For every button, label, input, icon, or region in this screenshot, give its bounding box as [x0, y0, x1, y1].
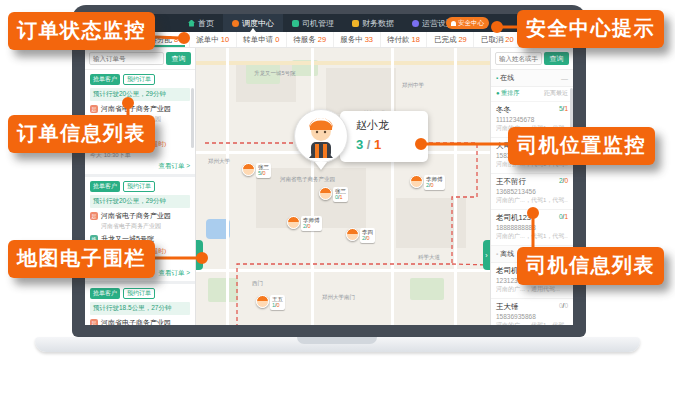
driver-marker[interactable]: 王五 1/0: [256, 295, 285, 310]
scrollbar[interactable]: [191, 88, 194, 148]
origin-address: 河南省电子商务产业园: [101, 104, 171, 114]
order-tag: 抢单客户: [90, 181, 120, 192]
order-search-input[interactable]: [89, 52, 164, 65]
order-tag: 抢单客户: [90, 288, 120, 299]
home-icon: [188, 20, 195, 27]
popup-count-pending: 1: [374, 137, 381, 152]
origin-icon: 起: [90, 105, 98, 113]
callout-order-list: 订单信息列表: [8, 115, 155, 153]
map-park: [410, 278, 444, 300]
tab-count: 84: [174, 35, 182, 44]
driver-marker[interactable]: 李四 2/0: [346, 228, 375, 243]
tab-label: 待服务: [293, 35, 316, 45]
marker-count-pending: 1: [340, 194, 343, 200]
callout-map-fence: 地图电子围栏: [8, 240, 155, 278]
driver-count-pending: 1: [564, 213, 568, 220]
tab-completed[interactable]: 已完成 29: [427, 32, 474, 47]
marker-name: 张三: [258, 164, 269, 170]
driver-row[interactable]: 王不留行 2/0 13685213456 河南的广...，代驾1，代驾...: [491, 174, 573, 210]
rider-avatar-icon: [301, 114, 341, 158]
driver-popup[interactable]: 赵小龙 3 / 1: [340, 111, 428, 162]
driver-row[interactable]: 老司机123 0/1 18888888888 河南的广...，代驾1，代驾...: [491, 210, 573, 246]
tab-count: 20: [505, 35, 513, 44]
sort-toggle[interactable]: ● 重排序: [496, 89, 519, 98]
online-section-header: ▪在线 —: [491, 70, 573, 87]
tab-transfer-request[interactable]: 转单申请 0: [237, 32, 287, 47]
order-search-bar: 查询: [85, 48, 195, 70]
map-place-label: 西门: [252, 280, 263, 287]
collapse-left-panel-handle[interactable]: ‹: [196, 240, 203, 270]
driver-phone: 13685213456: [496, 188, 568, 195]
nav-item-driver-management[interactable]: 司机管理: [283, 14, 343, 32]
origin-sub-address: 河南省电子商务产业园: [101, 222, 190, 231]
bell-icon: [451, 21, 456, 26]
online-dot-icon: ▪: [496, 75, 498, 81]
driver-icon: [292, 20, 299, 27]
sort-by-distance[interactable]: 距离最近: [544, 89, 568, 98]
driver-name: 冬冬: [496, 105, 511, 115]
eta-banner: 预计行驶20公里，29分钟: [90, 195, 190, 208]
tab-label: 转单申请: [243, 35, 273, 45]
driver-marker[interactable]: 李师傅 2/0: [287, 216, 322, 231]
driver-search-input[interactable]: [495, 52, 542, 65]
driver-marker[interactable]: 张三 0/1: [319, 187, 348, 202]
marker-name: 李师傅: [426, 176, 443, 182]
tab-label: 派单中: [196, 35, 219, 45]
tab-wait-payment[interactable]: 待付款 18: [381, 32, 428, 47]
driver-marker[interactable]: 李师傅 2/0: [410, 175, 445, 190]
marker-count-pending: 0: [367, 235, 370, 241]
callout-driver-list: 司机信息列表: [517, 247, 664, 285]
marker-count-pending: 0: [308, 223, 311, 229]
tab-count: 29: [318, 35, 326, 44]
security-pill-label: 安全中心: [458, 19, 484, 28]
order-card[interactable]: 抢单客户 预约订单 预计行驶18.5公里，27分钟 起河南省电子商务产业园 河南…: [85, 284, 195, 325]
tab-cancelled[interactable]: 已取消 20: [474, 32, 521, 47]
tab-dispatching[interactable]: 派单中 10: [190, 32, 237, 47]
nav-item-dispatch-center[interactable]: 调度中心: [223, 14, 283, 32]
driver-row[interactable]: 王大锤 0/0 15836935868 河南的广...，代驾1，代驾...: [491, 299, 573, 325]
nav-item-home[interactable]: 首页: [179, 14, 223, 32]
driver-phone: 18888888888: [496, 224, 568, 231]
callout-order-status: 订单状态监控: [8, 12, 155, 50]
driver-count-pending: 0: [564, 302, 568, 309]
driver-avatar-icon: [256, 295, 269, 308]
tab-wait-service[interactable]: 待服务 29: [287, 32, 334, 47]
driver-service-tags: 河南的广...，代驾1，代驾...: [496, 196, 568, 205]
driver-phone: 11112345678: [496, 116, 568, 123]
popup-count-sep: /: [363, 137, 374, 152]
marker-count-pending: 0: [263, 170, 266, 176]
driver-popup-avatar: [294, 109, 348, 163]
driver-name: 王不留行: [496, 177, 526, 187]
driver-marker[interactable]: 张三 5/0: [242, 163, 271, 178]
tab-count: 0: [275, 35, 279, 44]
map-park: [208, 278, 238, 302]
security-center-button[interactable]: 安全中心: [446, 17, 489, 29]
origin-address: 河南省电子商务产业园: [101, 211, 171, 221]
tab-in-service[interactable]: 服务中 33: [334, 32, 381, 47]
map-place-label: 郑州大学南门: [322, 294, 355, 301]
origin-icon: 起: [90, 319, 98, 325]
map-road: [391, 48, 394, 325]
laptop-notch: [297, 337, 377, 344]
collapse-online-button[interactable]: —: [561, 75, 568, 82]
map-place-label: 河南省电子商务产业园: [280, 176, 335, 183]
origin-icon: 起: [90, 212, 98, 220]
map-canvas[interactable]: 郑州大学 升龙又一城5号院 法兰原著C区 河南省电子商务产业园 郑州中学 西门 …: [196, 48, 490, 325]
driver-avatar-icon: [346, 228, 359, 241]
tab-count: 18: [412, 35, 420, 44]
nav-label: 财务数据: [362, 18, 394, 29]
nav-label: 司机管理: [302, 18, 334, 29]
order-search-button[interactable]: 查询: [166, 52, 191, 65]
nav-item-finance-data[interactable]: 财务数据: [343, 14, 403, 32]
map-road: [196, 61, 490, 65]
driver-search-button[interactable]: 查询: [544, 52, 569, 65]
popup-pointer: [315, 162, 327, 170]
marker-count-pending: 0: [277, 302, 280, 308]
offline-header-label: 离线: [500, 250, 514, 257]
marker-name: 王五: [272, 296, 283, 302]
nav-label: 调度中心: [242, 18, 274, 29]
nav-label: 首页: [198, 18, 214, 29]
collapse-right-panel-handle[interactable]: ›: [483, 240, 490, 270]
view-order-link[interactable]: 查看订单 >: [90, 162, 190, 171]
order-tag: 预约订单: [123, 181, 155, 192]
